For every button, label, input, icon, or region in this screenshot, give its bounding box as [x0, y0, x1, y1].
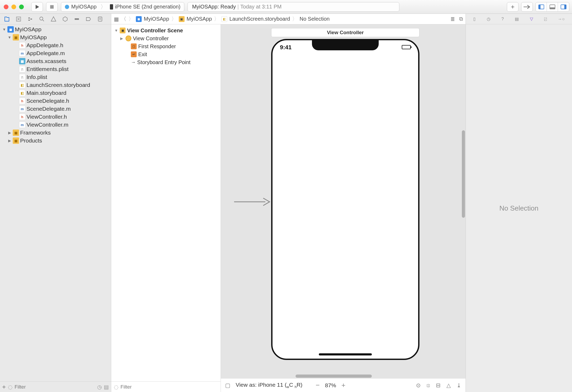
tree-label: Assets.xcassets	[26, 58, 66, 64]
size-inspector-tab[interactable]: ⍁	[544, 17, 547, 21]
svg-rect-0	[50, 5, 53, 8]
tree-file[interactable]: mAppDelegate.m	[0, 49, 111, 57]
tree-group-frameworks[interactable]: ▶▣Frameworks	[0, 129, 111, 137]
forward-button[interactable]: 〉	[128, 15, 134, 23]
battery-icon	[402, 45, 411, 49]
impl-file-icon: m	[19, 122, 25, 128]
tree-group-products[interactable]: ▶▣Products	[0, 137, 111, 145]
project-navigator-tab[interactable]	[2, 15, 12, 23]
test-navigator-tab[interactable]	[60, 15, 70, 23]
report-navigator-tab[interactable]	[95, 15, 105, 23]
toggle-inspector-icon[interactable]	[558, 2, 569, 11]
connections-inspector-tab[interactable]: →○	[558, 17, 565, 21]
minimize-window-button[interactable]	[11, 5, 16, 9]
outline-first-responder[interactable]: ◻ First Responder	[113, 42, 219, 50]
crumb-item[interactable]: MyiOSApp	[187, 16, 212, 22]
tree-group[interactable]: ▼ ▣ MyiOSApp	[0, 33, 111, 41]
tree-file[interactable]: mViewController.m	[0, 121, 111, 129]
navigator-panel: ▼ ◼ MyiOSApp ▼ ▣ MyiOSApp hAppDelegate.h…	[0, 14, 111, 392]
tree-project-root[interactable]: ▼ ◼ MyiOSApp	[0, 25, 111, 33]
embed-icon[interactable]: ⤓	[457, 382, 461, 389]
crumb-item[interactable]: MyiOSApp	[144, 16, 169, 22]
inspector-tabs: ▯ ◷ ? ▤ ▽ ⍁ →○	[466, 14, 572, 24]
toolbar-right-cluster: +	[507, 2, 569, 12]
outline-entry-point[interactable]: → Storyboard Entry Point	[113, 58, 219, 66]
debug-navigator-tab[interactable]	[72, 15, 82, 23]
stop-button[interactable]	[46, 2, 58, 12]
tree-file[interactable]: ◧Main.storyboard	[0, 89, 111, 97]
run-button[interactable]	[31, 2, 43, 12]
toggle-debug-area-icon[interactable]	[547, 2, 558, 11]
issue-navigator-tab[interactable]	[48, 15, 59, 23]
outline-viewcontroller[interactable]: ▶ View Controller	[113, 34, 219, 42]
outline-tree[interactable]: ▼ ▣ View Controller Scene ▶ View Control…	[111, 24, 221, 381]
crumb-item[interactable]: No Selection	[300, 16, 329, 22]
find-navigator-tab[interactable]	[37, 15, 47, 23]
outline-label: Storyboard Entry Point	[137, 59, 190, 65]
tree-file[interactable]: ⎍Entitlements.plist	[0, 65, 111, 73]
symbol-navigator-tab[interactable]	[25, 15, 35, 23]
resolve-icon[interactable]: △	[446, 382, 451, 389]
pin-icon[interactable]: ⊟	[436, 382, 441, 389]
navigator-filter-bar: + ◌ ◷ ▤	[0, 381, 111, 392]
device-time-label: 9:41	[280, 44, 292, 51]
device-preview[interactable]: 9:41	[271, 39, 419, 360]
navigator-filter-input[interactable]	[15, 384, 95, 390]
tree-file[interactable]: ⎍Info.plist	[0, 73, 111, 81]
view-as-button[interactable]: View as: iPhone 11 (wC hR)	[236, 382, 302, 389]
identity-inspector-tab[interactable]: ▤	[515, 16, 519, 21]
back-button[interactable]: 〈	[121, 15, 126, 23]
help-inspector-tab[interactable]: ?	[501, 17, 504, 21]
inspector-empty-state: No Selection	[466, 24, 572, 392]
add-button[interactable]: +	[2, 383, 6, 391]
tree-file[interactable]: hViewController.h	[0, 113, 111, 121]
scheme-selector[interactable]: MyiOSApp 〉 iPhone SE (2nd generation)	[61, 2, 184, 12]
outline-exit[interactable]: ↩ Exit	[113, 50, 219, 58]
outline-filter-input[interactable]	[120, 384, 218, 390]
scm-filter-icon[interactable]: ▤	[104, 384, 109, 390]
panel-toggles	[535, 2, 569, 12]
outline-scene[interactable]: ▼ ▣ View Controller Scene	[113, 26, 219, 34]
plist-icon: ⎍	[19, 66, 25, 72]
related-items-icon[interactable]: ▦	[114, 16, 119, 22]
constraint-update-icon[interactable]: ⊙	[416, 382, 421, 389]
tree-file[interactable]: hAppDelegate.h	[0, 41, 111, 49]
tree-file[interactable]: hSceneDelegate.h	[0, 97, 111, 105]
breakpoint-navigator-tab[interactable]	[83, 15, 94, 23]
horizontal-scrollbar[interactable]	[296, 375, 372, 378]
inspector-empty-label: No Selection	[499, 204, 538, 212]
vertical-scrollbar[interactable]	[462, 130, 465, 218]
canvas-bottom-bar: ▢ View as: iPhone 11 (wC hR) − 87% + ⊙ ⎅…	[221, 378, 466, 392]
project-tree[interactable]: ▼ ◼ MyiOSApp ▼ ▣ MyiOSApp hAppDelegate.h…	[0, 24, 111, 381]
entry-point-icon: →	[131, 60, 136, 65]
adjust-editor-icon[interactable]: ⧉	[459, 16, 463, 22]
attributes-inspector-tab[interactable]: ▽	[530, 16, 533, 21]
zoom-window-button[interactable]	[19, 5, 24, 9]
storyboard-entry-arrow[interactable]	[234, 197, 271, 208]
interface-builder-canvas[interactable]: View Controller 9:41	[221, 24, 466, 392]
outline-label: View Controller Scene	[127, 28, 183, 34]
crumb-item[interactable]: LaunchScreen.storyboard	[229, 16, 290, 22]
recent-filter-icon[interactable]: ◷	[97, 384, 102, 390]
toggle-navigator-icon[interactable]	[536, 2, 547, 11]
zoom-level-label[interactable]: 87%	[325, 382, 336, 389]
tree-file[interactable]: ▦Assets.xcassets	[0, 57, 111, 65]
history-inspector-tab[interactable]: ◷	[487, 16, 490, 21]
view-as-label: View as: iPhone 11 (	[236, 382, 287, 388]
tree-label: AppDelegate.m	[26, 50, 65, 56]
zoom-in-button[interactable]: +	[341, 381, 345, 389]
tree-file[interactable]: mSceneDelegate.m	[0, 105, 111, 113]
file-inspector-tab[interactable]: ▯	[473, 16, 476, 21]
editor-options-icon[interactable]: ≣	[450, 16, 455, 22]
library-button[interactable]: +	[507, 2, 519, 12]
activity-view[interactable]: MyiOSApp: Ready | Today at 3:11 PM	[187, 2, 399, 12]
tree-file[interactable]: ◧LaunchScreen.storyboard	[0, 81, 111, 89]
toggle-outline-icon[interactable]: ▢	[225, 382, 230, 389]
code-review-button[interactable]	[521, 2, 533, 12]
outline-label: Exit	[138, 51, 147, 57]
close-window-button[interactable]	[4, 5, 8, 9]
scene-title-bar[interactable]: View Controller	[271, 28, 419, 37]
source-control-navigator-tab[interactable]	[13, 15, 24, 23]
align-icon[interactable]: ⎅	[427, 382, 430, 389]
zoom-out-button[interactable]: −	[316, 381, 320, 389]
